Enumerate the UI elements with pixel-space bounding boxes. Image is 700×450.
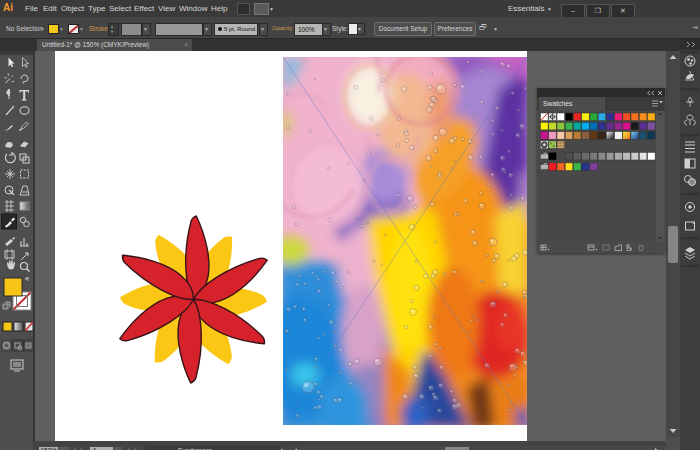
svg-text:Swatches: Swatches xyxy=(543,100,573,107)
